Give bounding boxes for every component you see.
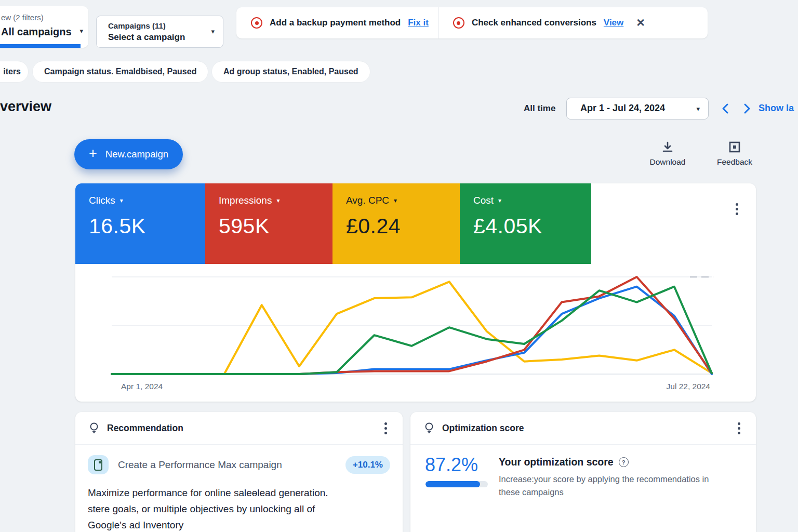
notification-bar: Add a backup payment method Fix it Check… xyxy=(236,7,708,38)
optimization-score-title: Your optimization score xyxy=(499,456,614,468)
recommendation-item[interactable]: Create a Performance Max campaign +10.1% xyxy=(88,455,390,474)
campaign-doc-icon xyxy=(88,455,109,474)
date-range-value: Apr 1 - Jul 24, 2024 xyxy=(580,103,665,114)
plus-icon: + xyxy=(89,147,97,161)
payment-alert-text: Add a backup payment method xyxy=(270,18,401,28)
chevron-down-icon: ▾ xyxy=(79,27,83,35)
x-axis-start-label: Apr 1, 2024 xyxy=(121,382,163,391)
optimization-score-value: 87.2% xyxy=(425,454,478,476)
select-campaign-label: Seiect a campaign xyxy=(108,32,185,43)
show-last-link[interactable]: Show la xyxy=(759,103,794,114)
optimization-card-header: Optimization score xyxy=(410,412,756,445)
page-title: verview xyxy=(0,99,51,115)
feedback-label: Feedback xyxy=(713,157,756,167)
card-title: Recommendation xyxy=(107,423,183,434)
help-circle-icon[interactable]: ? xyxy=(619,457,629,467)
series-cost xyxy=(112,287,712,374)
google-ads-overview-page: ew (2 filters) All campaigns ▾ Campaigns… xyxy=(0,0,798,532)
optimization-progress-bar xyxy=(425,481,488,487)
x-axis-end-label: Jul 22, 2024 xyxy=(667,382,710,391)
alert-circle-icon xyxy=(453,17,464,29)
download-icon xyxy=(661,140,674,154)
campaigns-count-label: Campaigns (11) xyxy=(108,21,166,30)
kebab-menu-icon[interactable] xyxy=(736,420,742,436)
optimization-description: Increase:your score by applying the reco… xyxy=(499,473,738,499)
all-campaigns-label: All campaigns xyxy=(1,26,72,38)
recommendation-title: Create a Performance Max campaign xyxy=(118,459,282,471)
kebab-menu-icon[interactable] xyxy=(382,420,389,436)
chevron-down-icon: ▾ xyxy=(211,28,215,35)
chevron-down-icon: ▾ xyxy=(696,105,700,113)
lightbulb-icon xyxy=(89,422,99,434)
chevron-left-icon[interactable] xyxy=(719,102,733,115)
overview-filter-tab[interactable]: ew (2 filters) All campaigns ▾ xyxy=(0,6,88,48)
conversions-alert-text: Check enhanced conversions xyxy=(472,18,596,28)
campaign-select-dropdown[interactable]: Campaigns (11) Seiect a campaign ▾ xyxy=(96,16,223,48)
optimization-score-card: Optimization score 87.2% Your optimizati… xyxy=(410,412,756,532)
new-campaign-label: New.campaign xyxy=(105,149,168,160)
filter-count-label: ew (2 filters) xyxy=(1,13,44,22)
view-link[interactable]: View xyxy=(604,18,623,28)
performance-line-chart[interactable] xyxy=(75,183,756,402)
close-icon[interactable]: ✕ xyxy=(636,17,645,29)
chevron-right-icon[interactable] xyxy=(740,102,753,115)
series-avg-cpc xyxy=(112,282,712,374)
download-label: Download xyxy=(646,157,689,167)
active-tab-underline xyxy=(0,44,81,48)
feedback-button[interactable]: Feedback xyxy=(713,140,756,167)
payment-alert: Add a backup payment method Fix it xyxy=(236,7,438,38)
new-campaign-button[interactable]: + New.campaign xyxy=(74,139,183,169)
alert-circle-icon xyxy=(251,17,262,29)
recommendation-description: Maximize performance for online saleɵlea… xyxy=(88,485,390,532)
recommendation-card-header: Recommendation xyxy=(75,412,403,445)
performance-chart-card: Clicks▾ 16.5K Impressions▾ 595K Avg. CPC… xyxy=(75,183,756,402)
ad-group-status-chip[interactable]: Ad group status, Enabled, Paused xyxy=(212,61,370,82)
card-title: Optimization score xyxy=(442,423,524,434)
download-button[interactable]: Download xyxy=(646,140,689,167)
conversions-alert: Check enhanced conversions View xyxy=(438,7,633,38)
feedback-icon xyxy=(728,140,741,154)
date-range-picker[interactable]: Apr 1 - Jul 24, 2024 ▾ xyxy=(566,98,709,119)
series-clicks xyxy=(112,287,712,374)
recommendation-card: Recommendation Create a Performance Max … xyxy=(75,412,403,532)
filter-chip-cutoff[interactable]: iters xyxy=(0,61,28,82)
fix-it-link[interactable]: Fix it xyxy=(408,18,429,28)
lightbulb-icon xyxy=(424,422,434,434)
uplift-badge: +10.1% xyxy=(345,456,390,474)
campaign-status-chip[interactable]: Campaign status. Emaldbised, Paused xyxy=(33,61,208,82)
all-time-label: All time xyxy=(524,103,555,114)
